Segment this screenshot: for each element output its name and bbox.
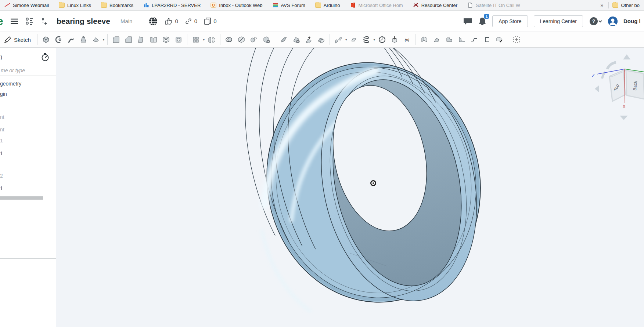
bookmark-simone-webmail[interactable]: Simone Webmail (4, 2, 49, 8)
tree-item-origin[interactable]: gin (0, 91, 7, 98)
bookmark-resource-center[interactable]: Resource Center (413, 2, 457, 8)
bookmark-outlook-inbox[interactable]: O Inbox - Outlook Web (211, 2, 262, 8)
delete-part-icon[interactable] (260, 34, 272, 46)
derived-icon[interactable] (389, 34, 400, 46)
copy-counter[interactable]: 0 (204, 17, 216, 25)
finish-sheet-metal-icon[interactable] (493, 34, 505, 46)
chamfer-icon[interactable] (123, 34, 134, 46)
comments-icon[interactable] (463, 17, 472, 26)
notifications-bell[interactable]: 1 (478, 17, 486, 26)
rotate-up-arrow[interactable] (623, 54, 630, 59)
boolean-icon[interactable] (223, 34, 235, 46)
toolbar-divider (187, 34, 187, 45)
tab-icon[interactable] (443, 34, 455, 46)
select-plus-icon[interactable] (511, 34, 522, 46)
transform-icon[interactable] (248, 34, 260, 46)
bookmark-microsoft-office[interactable]: Microsoft Office Hom (350, 2, 403, 8)
origin-marker[interactable] (371, 181, 376, 186)
view-cube[interactable]: Top Back Z X (592, 54, 644, 120)
model-viewport[interactable]: Top Back Z X (56, 48, 644, 327)
mirror-icon[interactable] (206, 34, 217, 46)
workspace-name[interactable]: Main (120, 18, 133, 24)
draft-icon[interactable] (135, 34, 147, 46)
bookmark-arduino[interactable]: Arduino (315, 2, 340, 8)
versions-icon[interactable] (25, 17, 34, 25)
tree-item-plane[interactable]: nt (0, 127, 4, 133)
other-bookmarks-label: Other bo (621, 3, 640, 8)
toolbar-divider (107, 34, 108, 45)
rotate-left-arrow[interactable] (595, 85, 599, 92)
svg-text:?: ? (592, 18, 596, 24)
document-title[interactable]: bearing sleeve (57, 17, 110, 26)
bookmark-label: Inbox - Outlook Web (219, 3, 262, 8)
tree-item-feature-2[interactable]: 1 (0, 185, 3, 192)
rotate-down-arrow[interactable] (620, 116, 628, 120)
public-globe-icon[interactable] (148, 17, 158, 26)
like-counter[interactable]: 0 (165, 17, 178, 25)
help-menu[interactable]: ? (589, 17, 602, 26)
sheet-metal-model-icon[interactable] (418, 34, 430, 46)
bar-chart-icon (143, 2, 149, 8)
linear-pattern-icon[interactable] (190, 34, 202, 46)
extrude-surface-icon[interactable] (332, 34, 344, 46)
main-menu-icon[interactable] (10, 18, 18, 25)
split-icon[interactable] (235, 34, 247, 46)
hole-icon[interactable] (173, 34, 184, 46)
revolve-icon[interactable] (53, 34, 64, 46)
helix-icon[interactable] (360, 34, 372, 46)
learning-center-button[interactable]: Learning Center (534, 15, 583, 27)
sketch-button[interactable]: Sketch (2, 36, 35, 44)
rib-icon[interactable] (148, 34, 159, 46)
pattern-dropdown-caret[interactable]: ▾ (203, 38, 205, 41)
filter-features-input[interactable] (0, 65, 56, 76)
bend-icon[interactable] (431, 34, 443, 46)
browser-bookmarks-bar: Simone Webmail Linux Links Bookmarks LPA… (0, 0, 644, 11)
bookmark-label: Linux Links (67, 3, 91, 8)
surface-dropdown-caret[interactable]: ▾ (345, 38, 347, 41)
extrude-icon[interactable] (40, 34, 52, 46)
stopwatch-icon[interactable] (41, 53, 49, 63)
fillet-icon[interactable] (110, 34, 122, 46)
cube-label-back[interactable]: Back (632, 80, 638, 91)
model-canvas[interactable]: Top Back Z X (56, 48, 644, 327)
sweep-icon[interactable] (65, 34, 77, 46)
fill-surface-icon[interactable] (348, 34, 360, 46)
bookmarks-overflow-chevron[interactable]: » (599, 2, 605, 8)
user-name[interactable]: Doug b (623, 18, 640, 24)
thicken-dropdown-caret[interactable]: ▾ (103, 38, 105, 41)
other-bookmarks[interactable]: Other bo (612, 2, 640, 8)
toolbar-divider (330, 34, 330, 45)
tree-item-default-geometry[interactable]: geometry (0, 81, 21, 87)
bookmark-linux-links[interactable]: Linux Links (59, 2, 91, 8)
bookmark-safelite[interactable]: Safelite IT On Call W (467, 2, 520, 8)
helix-dropdown-caret[interactable]: ▾ (373, 38, 375, 41)
variable-icon[interactable] (401, 34, 413, 46)
tree-item-sketch[interactable]: 1 (0, 138, 3, 144)
joggle-icon[interactable] (468, 34, 480, 46)
tree-item-plane[interactable]: nt (0, 114, 4, 121)
corner-icon[interactable] (481, 34, 493, 46)
move-face-icon[interactable] (303, 34, 314, 46)
replace-face-icon[interactable] (315, 34, 327, 46)
flange-icon[interactable] (456, 34, 468, 46)
bookmark-label: Microsoft Office Hom (359, 3, 403, 8)
bookmark-label: Safelite IT On Call W (476, 3, 520, 8)
user-avatar[interactable] (608, 17, 618, 26)
horizontal-scrollbar-thumb[interactable] (0, 196, 43, 200)
shell-icon[interactable] (160, 34, 172, 46)
tree-item-feature-1[interactable]: 1 (0, 150, 3, 157)
link-counter[interactable]: 0 (185, 18, 197, 25)
thicken-icon[interactable] (90, 34, 102, 46)
insert-version-icon[interactable] (40, 17, 47, 26)
delete-face-icon[interactable] (290, 34, 302, 46)
folder-icon (315, 2, 321, 8)
modify-fillet-icon[interactable] (278, 34, 289, 46)
bookmark-lpar2rrd[interactable]: LPAR2RRD - SERVER (143, 2, 201, 8)
loft-icon[interactable] (78, 34, 89, 46)
sphere-icon[interactable] (376, 34, 388, 46)
bookmark-label: Bookmarks (109, 3, 133, 8)
bookmark-avs-forum[interactable]: AVS Forum (273, 2, 305, 8)
bookmark-bookmarks[interactable]: Bookmarks (101, 2, 133, 8)
app-store-button[interactable]: App Store (492, 15, 528, 27)
tree-item-sketch-2[interactable]: 2 (0, 173, 3, 179)
